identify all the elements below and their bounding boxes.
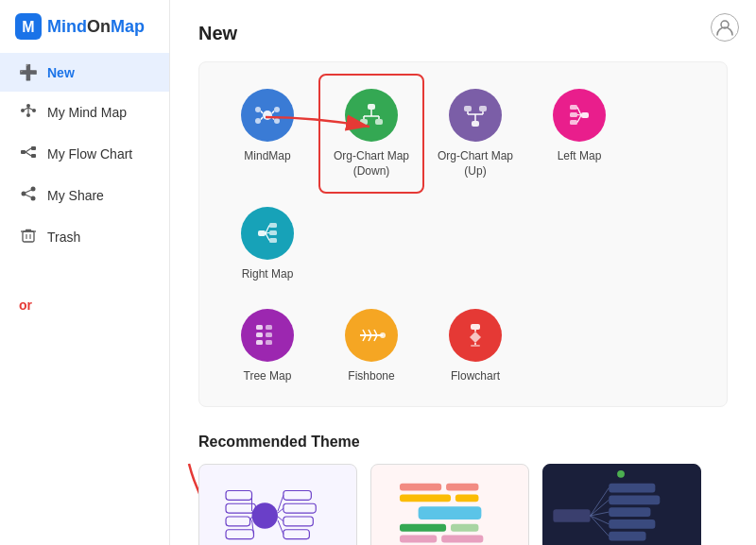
- svg-text:M: M: [22, 19, 34, 35]
- svg-point-25: [255, 107, 261, 112]
- svg-rect-93: [226, 504, 255, 514]
- flowchart-icon: [449, 309, 502, 362]
- map-item-tree-map[interactable]: Tree Map: [220, 299, 315, 394]
- svg-rect-11: [31, 154, 36, 158]
- svg-line-30: [261, 117, 263, 120]
- map-item-fishbone[interactable]: Fishbone: [324, 299, 419, 394]
- right-map-icon: [241, 207, 294, 260]
- main-content: New: [170, 0, 756, 545]
- svg-rect-9: [21, 150, 26, 154]
- svg-rect-57: [269, 223, 277, 228]
- svg-rect-67: [266, 332, 272, 337]
- sidebar-item-trash[interactable]: Trash: [0, 216, 169, 258]
- map-item-left-map[interactable]: Left Map: [532, 79, 627, 188]
- svg-rect-65: [256, 340, 263, 345]
- theme-grid: [198, 464, 728, 545]
- svg-rect-113: [553, 510, 590, 523]
- sidebar-item-my-mind-map[interactable]: My Mind Map: [0, 92, 169, 133]
- mind-map-icon: [19, 102, 38, 123]
- svg-rect-84: [284, 491, 311, 501]
- tree-map-label: Tree Map: [244, 369, 292, 384]
- user-avatar[interactable]: [711, 13, 739, 42]
- theme-card-coral[interactable]: [370, 464, 529, 545]
- map-item-org-chart-down[interactable]: Org-Chart Map (Down): [324, 79, 419, 188]
- sidebar-item-my-flow-chart[interactable]: My Flow Chart: [0, 133, 169, 175]
- svg-line-18: [26, 195, 31, 197]
- svg-rect-107: [400, 524, 446, 532]
- map-grid-row1: MindMap: [220, 79, 706, 292]
- right-map-label: Right Map: [242, 267, 294, 282]
- sidebar-item-my-share-label: My Share: [47, 188, 104, 203]
- svg-rect-105: [400, 495, 451, 502]
- svg-line-32: [272, 117, 274, 120]
- svg-line-91: [278, 520, 284, 535]
- svg-line-122: [591, 516, 610, 524]
- trash-icon: [19, 227, 38, 247]
- svg-point-16: [31, 196, 36, 201]
- svg-rect-102: [419, 507, 482, 520]
- svg-rect-35: [375, 119, 383, 125]
- svg-rect-59: [269, 238, 277, 243]
- svg-line-121: [591, 512, 610, 516]
- svg-rect-94: [226, 517, 250, 526]
- svg-rect-63: [256, 325, 263, 330]
- map-item-right-map[interactable]: Right Map: [220, 197, 315, 292]
- sidebar-item-trash-label: Trash: [47, 230, 80, 245]
- svg-rect-103: [400, 484, 441, 491]
- flow-chart-icon: [19, 144, 38, 164]
- svg-rect-77: [471, 324, 480, 330]
- svg-rect-114: [609, 484, 655, 493]
- svg-point-76: [380, 332, 386, 338]
- svg-line-29: [261, 111, 263, 114]
- map-item-org-chart-up[interactable]: Org-Chart Map (Up): [428, 79, 523, 188]
- svg-rect-68: [266, 340, 272, 345]
- svg-rect-49: [581, 112, 589, 118]
- org-chart-down-icon: [345, 89, 398, 142]
- map-item-mindmap[interactable]: MindMap: [220, 79, 315, 188]
- logo-text: MindOnMap: [47, 17, 145, 37]
- mindmap-icon: [241, 89, 294, 142]
- svg-rect-2: [26, 104, 30, 108]
- svg-rect-42: [464, 106, 472, 111]
- svg-rect-116: [609, 508, 650, 518]
- svg-line-119: [591, 488, 610, 516]
- svg-rect-115: [609, 496, 660, 505]
- or-label: or: [0, 286, 169, 324]
- svg-rect-86: [284, 517, 313, 526]
- tree-map-icon: [241, 309, 294, 362]
- svg-rect-79: [471, 345, 480, 347]
- theme-card-dark[interactable]: [542, 464, 701, 545]
- svg-point-26: [255, 118, 261, 124]
- logo: M MindOnMap: [0, 0, 169, 53]
- svg-rect-109: [400, 536, 437, 543]
- svg-line-60: [266, 226, 269, 234]
- map-item-flowchart[interactable]: Flowchart: [428, 299, 523, 394]
- sidebar: M MindOnMap ➕ New My Mind Map My Flow Ch…: [0, 0, 170, 545]
- svg-line-17: [26, 190, 31, 193]
- svg-line-53: [577, 108, 581, 116]
- svg-line-13: [26, 152, 31, 156]
- svg-rect-85: [284, 504, 316, 514]
- new-section-title: New: [198, 23, 728, 44]
- org-chart-up-label: Org-Chart Map (Up): [434, 149, 517, 179]
- svg-rect-19: [23, 231, 34, 242]
- svg-rect-118: [609, 532, 645, 541]
- svg-line-12: [26, 148, 31, 152]
- theme-card-purple[interactable]: [198, 464, 357, 545]
- sidebar-item-my-flow-chart-label: My Flow Chart: [47, 146, 132, 162]
- svg-rect-92: [226, 491, 251, 501]
- logo-icon: M: [15, 13, 42, 40]
- sidebar-item-my-share[interactable]: My Share: [0, 175, 169, 216]
- svg-rect-10: [31, 146, 36, 150]
- flowchart-label: Flowchart: [451, 369, 500, 384]
- svg-rect-50: [570, 105, 577, 110]
- sidebar-item-new[interactable]: ➕ New: [0, 53, 169, 92]
- sidebar-item-my-mind-map-label: My Mind Map: [47, 105, 127, 120]
- svg-rect-41: [472, 121, 479, 127]
- svg-rect-66: [266, 325, 272, 330]
- svg-point-15: [22, 192, 26, 196]
- share-icon: [19, 185, 38, 206]
- svg-line-99: [252, 520, 254, 535]
- svg-rect-43: [479, 106, 487, 111]
- recommended-title: Recommended Theme: [198, 434, 728, 451]
